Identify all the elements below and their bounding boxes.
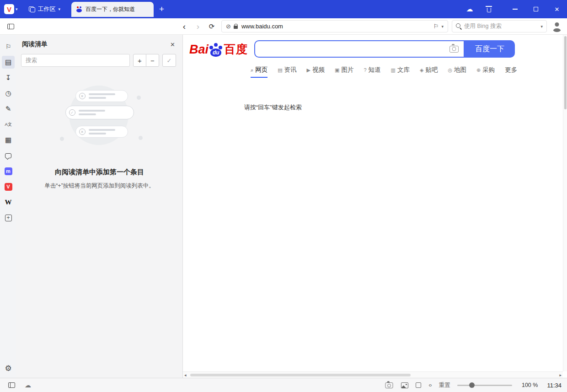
panel-translate[interactable]: A文 <box>2 118 15 131</box>
panel-title: 阅读清单 <box>22 40 48 48</box>
empty-state-title: 向阅读清单中添加第一个条目 <box>16 168 182 177</box>
capture-page-button[interactable] <box>385 382 394 389</box>
tab-title: 百度一下，你就知道 <box>86 5 135 13</box>
add-reading-item-button[interactable]: + <box>133 54 146 67</box>
search-hint-text: 请按“回车”键发起检索 <box>244 103 567 112</box>
baidu-tab-map[interactable]: ◎地图 <box>448 66 466 78</box>
forward-button[interactable]: › <box>191 20 205 33</box>
circle-x-icon: ✕ <box>79 129 86 135</box>
scrollbar-thumb[interactable] <box>564 36 567 109</box>
maximize-button[interactable] <box>532 0 540 18</box>
baidu-paw-icon: du <box>209 43 223 57</box>
chevron-down-icon: ▾ <box>16 7 18 11</box>
baidu-tab-zhidao[interactable]: ?知道 <box>364 66 380 78</box>
browser-window: V ▾ 工作区 ▾ 百度一下，你就知道 + ☁ ✕ <box>0 0 567 392</box>
panel-reading-list[interactable]: ▤ <box>2 56 15 69</box>
empty-state-illustration: ✕ ✓ ✕ <box>47 83 152 152</box>
horizontal-scrollbar[interactable]: ◂ ▸ <box>183 371 563 378</box>
panel-feedback[interactable] <box>2 149 15 162</box>
baidu-search-button[interactable]: 百度一下 <box>465 40 515 58</box>
panel-downloads[interactable]: ↧ <box>2 71 15 84</box>
baidu-tab-webpage[interactable]: ⌕网页 <box>251 66 267 78</box>
vivaldi-menu-button[interactable]: V ▾ <box>0 0 21 18</box>
sync-cloud-icon[interactable]: ☁ <box>465 5 474 13</box>
vertical-scrollbar[interactable] <box>563 35 567 371</box>
baidu-tab-more[interactable]: 更多 <box>505 66 517 78</box>
baidu-search-input[interactable] <box>255 45 449 53</box>
plus-icon: + <box>5 215 12 221</box>
profile-avatar[interactable] <box>551 21 562 32</box>
close-button[interactable]: ✕ <box>553 0 561 18</box>
remove-reading-item-button[interactable]: − <box>146 54 159 67</box>
bookmark-icon[interactable]: ⚐ <box>433 23 439 30</box>
vivaldi-icon: V <box>5 183 12 191</box>
minimize-icon <box>513 9 518 10</box>
trash-icon <box>487 8 491 12</box>
settings-gear-button[interactable]: ⚙ <box>5 364 11 373</box>
scroll-left-arrow[interactable]: ◂ <box>184 373 187 377</box>
tab-baidu[interactable]: 百度一下，你就知道 <box>71 2 154 17</box>
panel-wikipedia[interactable]: W <box>2 196 15 209</box>
tiling-button[interactable]: ‹› <box>428 382 431 388</box>
question-icon: ? <box>364 67 366 73</box>
scroll-right-arrow[interactable]: ▸ <box>559 373 562 377</box>
closed-tabs-trash-icon[interactable] <box>485 6 493 12</box>
news-icon: ▤ <box>278 67 282 73</box>
play-icon: ▶ <box>307 67 310 73</box>
panel-vivaldi-social[interactable]: V <box>2 180 15 193</box>
search-bar[interactable]: 使用 Bing 搜索 ▾ <box>452 20 547 32</box>
panel-mastodon[interactable]: m <box>2 165 15 177</box>
workspaces-icon <box>29 6 35 12</box>
circle-check-icon: ✓ <box>69 109 75 116</box>
url-text[interactable]: www.baidu.com <box>241 23 431 30</box>
search-placeholder: 使用 Bing 搜索 <box>464 22 538 30</box>
baidu-tab-caigou[interactable]: ⊕采购 <box>476 66 495 78</box>
mark-read-button[interactable]: ✓ <box>162 54 176 67</box>
panel-notes[interactable]: ✎ <box>2 102 15 115</box>
sync-status-icon[interactable]: ☁ <box>25 381 31 389</box>
baidu-search-box <box>254 40 465 58</box>
reading-list-panel: 阅读清单 ✕ + − ✓ ✕ ✓ ✕ 向阅读清单中添加第一个条目 单击“+”按钮… <box>16 35 183 378</box>
zoom-slider-knob[interactable] <box>469 382 475 388</box>
statusbar-panel-toggle-button[interactable] <box>5 379 17 391</box>
panel-history[interactable]: ◷ <box>2 87 15 100</box>
reload-button[interactable]: ⟳ <box>205 20 219 33</box>
camera-search-icon[interactable] <box>449 46 459 53</box>
baidu-tab-image[interactable]: ▣图片 <box>335 66 353 78</box>
baidu-logo-bai: Bai <box>189 43 209 57</box>
zoom-slider[interactable] <box>457 385 512 386</box>
back-button[interactable]: ‹ <box>177 20 191 33</box>
panel-toggle-icon <box>8 382 15 388</box>
zoom-reset-button[interactable]: 重置 <box>439 381 450 389</box>
minimize-button[interactable] <box>511 0 519 18</box>
address-bar[interactable]: ⊘ www.baidu.com ⚐ ▾ <box>221 20 448 32</box>
baidu-tab-news[interactable]: ▤资讯 <box>278 66 296 78</box>
baidu-nav-tabs: ⌕网页 ▤资讯 ▶视频 ▣图片 ?知道 ▥文库 ◈贴吧 ◎地图 ⊕采购 更多 <box>251 66 567 78</box>
baidu-tab-video[interactable]: ▶视频 <box>307 66 325 78</box>
baidu-tab-tieba[interactable]: ◈贴吧 <box>420 66 438 78</box>
panel-toggle-button[interactable] <box>5 21 16 32</box>
doc-icon: ▥ <box>391 67 396 73</box>
panel-rail: ⚐ ▤ ↧ ◷ ✎ A文 ▦ m V W + ⚙ <box>0 35 16 378</box>
chevron-down-icon[interactable]: ▾ <box>441 24 444 29</box>
baidu-tab-wenku[interactable]: ▥文库 <box>391 66 410 78</box>
circle-x-icon: ✕ <box>79 93 86 99</box>
panel-windows[interactable]: ▦ <box>2 134 15 146</box>
scrollbar-thumb[interactable] <box>190 374 411 376</box>
workspace-label: 工作区 <box>38 5 56 13</box>
chevron-down-icon[interactable]: ▾ <box>540 24 543 29</box>
reading-list-search-input[interactable] <box>21 54 130 67</box>
new-tab-button[interactable]: + <box>154 0 170 18</box>
panel-bookmarks[interactable]: ⚐ <box>2 40 15 53</box>
panel-close-button[interactable]: ✕ <box>170 41 175 48</box>
add-web-panel-button[interactable]: + <box>2 211 15 224</box>
workspace-button[interactable]: 工作区 ▾ <box>24 0 65 18</box>
content-blocker-icon[interactable]: ⊘ <box>226 23 231 30</box>
camera-icon <box>385 382 393 388</box>
baidu-logo[interactable]: Bai du 百度 <box>189 42 248 57</box>
baidu-logo-cn: 百度 <box>224 42 248 57</box>
page-actions-button[interactable] <box>416 382 421 388</box>
shopping-icon: ⊕ <box>476 67 481 73</box>
tiling-icon: ‹› <box>428 382 431 388</box>
toggle-images-button[interactable] <box>401 382 408 388</box>
